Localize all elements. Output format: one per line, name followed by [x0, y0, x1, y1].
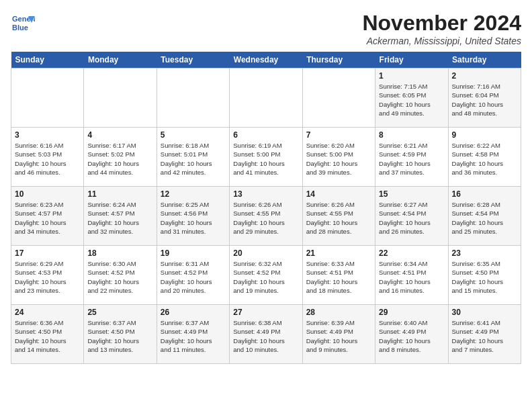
day-number: 29: [379, 308, 444, 317]
title-area: November 2024 Ackerman, Mississippi, Uni…: [362, 11, 521, 46]
day-info: Sunrise: 6:26 AM Sunset: 4:55 PM Dayligh…: [306, 200, 371, 236]
day-number: 12: [161, 189, 226, 199]
logo: General Blue: [11, 11, 35, 35]
calendar-day-cell: 3Sunrise: 6:16 AM Sunset: 5:03 PM Daylig…: [11, 128, 84, 187]
day-info: Sunrise: 6:41 AM Sunset: 4:49 PM Dayligh…: [452, 318, 517, 354]
calendar-week-row: 3Sunrise: 6:16 AM Sunset: 5:03 PM Daylig…: [11, 128, 521, 187]
calendar-day-cell: 12Sunrise: 6:25 AM Sunset: 4:56 PM Dayli…: [157, 187, 229, 246]
day-number: 28: [306, 308, 371, 317]
day-number: 5: [161, 130, 226, 140]
weekday-header: Friday: [375, 52, 448, 68]
day-number: 13: [233, 189, 298, 199]
calendar-day-cell: 8Sunrise: 6:21 AM Sunset: 4:59 PM Daylig…: [375, 128, 448, 187]
day-number: 18: [87, 248, 152, 258]
calendar-day-cell: 26Sunrise: 6:37 AM Sunset: 4:49 PM Dayli…: [157, 305, 229, 364]
day-info: Sunrise: 6:27 AM Sunset: 4:54 PM Dayligh…: [379, 200, 444, 236]
calendar-day-cell: 4Sunrise: 6:17 AM Sunset: 5:02 PM Daylig…: [84, 128, 157, 187]
weekday-header: Monday: [84, 52, 157, 68]
calendar-day-cell: 24Sunrise: 6:36 AM Sunset: 4:50 PM Dayli…: [11, 305, 84, 364]
calendar-day-cell: 11Sunrise: 6:24 AM Sunset: 4:57 PM Dayli…: [84, 187, 157, 246]
calendar-week-row: 1Sunrise: 7:15 AM Sunset: 6:05 PM Daylig…: [11, 68, 521, 128]
calendar-day-cell: 15Sunrise: 6:27 AM Sunset: 4:54 PM Dayli…: [375, 187, 448, 246]
day-info: Sunrise: 7:15 AM Sunset: 6:05 PM Dayligh…: [379, 82, 444, 118]
calendar-day-cell: [157, 68, 229, 128]
calendar-day-cell: 5Sunrise: 6:18 AM Sunset: 5:01 PM Daylig…: [157, 128, 229, 187]
day-info: Sunrise: 6:20 AM Sunset: 5:00 PM Dayligh…: [306, 141, 371, 177]
calendar-day-cell: 1Sunrise: 7:15 AM Sunset: 6:05 PM Daylig…: [375, 68, 448, 128]
weekday-header: Saturday: [448, 52, 521, 68]
day-info: Sunrise: 6:28 AM Sunset: 4:54 PM Dayligh…: [452, 200, 517, 236]
calendar-day-cell: 18Sunrise: 6:30 AM Sunset: 4:52 PM Dayli…: [84, 246, 157, 305]
day-info: Sunrise: 6:32 AM Sunset: 4:52 PM Dayligh…: [233, 259, 298, 295]
calendar-day-cell: 9Sunrise: 6:22 AM Sunset: 4:58 PM Daylig…: [448, 128, 521, 187]
day-info: Sunrise: 6:31 AM Sunset: 4:52 PM Dayligh…: [161, 259, 226, 295]
calendar-day-cell: [230, 68, 302, 128]
calendar-week-row: 10Sunrise: 6:23 AM Sunset: 4:57 PM Dayli…: [11, 187, 521, 246]
weekday-header: Wednesday: [230, 52, 302, 68]
calendar-day-cell: [84, 68, 157, 128]
day-info: Sunrise: 6:33 AM Sunset: 4:51 PM Dayligh…: [306, 259, 371, 295]
logo-icon: General Blue: [11, 11, 35, 35]
calendar-table: SundayMondayTuesdayWednesdayThursdayFrid…: [11, 52, 521, 364]
day-number: 14: [306, 189, 371, 199]
weekday-header: Thursday: [302, 52, 375, 68]
day-number: 30: [452, 308, 517, 317]
day-info: Sunrise: 6:37 AM Sunset: 4:50 PM Dayligh…: [87, 318, 152, 354]
calendar-day-cell: 19Sunrise: 6:31 AM Sunset: 4:52 PM Dayli…: [157, 246, 229, 305]
day-info: Sunrise: 6:36 AM Sunset: 4:50 PM Dayligh…: [15, 318, 80, 354]
calendar-day-cell: [302, 68, 375, 128]
day-info: Sunrise: 6:35 AM Sunset: 4:50 PM Dayligh…: [452, 259, 517, 295]
day-info: Sunrise: 6:23 AM Sunset: 4:57 PM Dayligh…: [15, 200, 80, 236]
day-number: 10: [15, 189, 80, 199]
calendar-day-cell: 17Sunrise: 6:29 AM Sunset: 4:53 PM Dayli…: [11, 246, 84, 305]
day-number: 7: [306, 130, 371, 140]
day-number: 21: [306, 248, 371, 258]
day-info: Sunrise: 6:21 AM Sunset: 4:59 PM Dayligh…: [379, 141, 444, 177]
calendar-day-cell: 28Sunrise: 6:39 AM Sunset: 4:49 PM Dayli…: [302, 305, 375, 364]
day-number: 1: [379, 71, 444, 81]
day-number: 4: [87, 130, 152, 140]
day-number: 17: [15, 248, 80, 258]
day-info: Sunrise: 6:30 AM Sunset: 4:52 PM Dayligh…: [87, 259, 152, 295]
day-number: 23: [452, 248, 517, 258]
day-number: 9: [452, 130, 517, 140]
calendar-day-cell: 10Sunrise: 6:23 AM Sunset: 4:57 PM Dayli…: [11, 187, 84, 246]
day-number: 20: [233, 248, 298, 258]
day-number: 15: [379, 189, 444, 199]
day-info: Sunrise: 6:18 AM Sunset: 5:01 PM Dayligh…: [161, 141, 226, 177]
header: General Blue November 2024 Ackerman, Mis…: [11, 11, 521, 46]
day-number: 26: [161, 308, 226, 317]
calendar-day-cell: 21Sunrise: 6:33 AM Sunset: 4:51 PM Dayli…: [302, 246, 375, 305]
day-info: Sunrise: 6:19 AM Sunset: 5:00 PM Dayligh…: [233, 141, 298, 177]
calendar-day-cell: 23Sunrise: 6:35 AM Sunset: 4:50 PM Dayli…: [448, 246, 521, 305]
calendar-day-cell: 27Sunrise: 6:38 AM Sunset: 4:49 PM Dayli…: [230, 305, 302, 364]
weekday-header-row: SundayMondayTuesdayWednesdayThursdayFrid…: [11, 52, 521, 68]
day-info: Sunrise: 6:17 AM Sunset: 5:02 PM Dayligh…: [87, 141, 152, 177]
day-number: 24: [15, 308, 80, 317]
calendar-day-cell: 30Sunrise: 6:41 AM Sunset: 4:49 PM Dayli…: [448, 305, 521, 364]
calendar-day-cell: 20Sunrise: 6:32 AM Sunset: 4:52 PM Dayli…: [230, 246, 302, 305]
day-info: Sunrise: 6:25 AM Sunset: 4:56 PM Dayligh…: [161, 200, 226, 236]
day-info: Sunrise: 6:34 AM Sunset: 4:51 PM Dayligh…: [379, 259, 444, 295]
calendar-day-cell: 13Sunrise: 6:26 AM Sunset: 4:55 PM Dayli…: [230, 187, 302, 246]
calendar-day-cell: 14Sunrise: 6:26 AM Sunset: 4:55 PM Dayli…: [302, 187, 375, 246]
calendar-week-row: 24Sunrise: 6:36 AM Sunset: 4:50 PM Dayli…: [11, 305, 521, 364]
month-title: November 2024: [362, 11, 521, 36]
day-info: Sunrise: 6:40 AM Sunset: 4:49 PM Dayligh…: [379, 318, 444, 354]
day-info: Sunrise: 6:26 AM Sunset: 4:55 PM Dayligh…: [233, 200, 298, 236]
calendar-day-cell: 29Sunrise: 6:40 AM Sunset: 4:49 PM Dayli…: [375, 305, 448, 364]
calendar-day-cell: 25Sunrise: 6:37 AM Sunset: 4:50 PM Dayli…: [84, 305, 157, 364]
day-info: Sunrise: 6:22 AM Sunset: 4:58 PM Dayligh…: [452, 141, 517, 177]
weekday-header: Tuesday: [157, 52, 229, 68]
calendar-day-cell: 6Sunrise: 6:19 AM Sunset: 5:00 PM Daylig…: [230, 128, 302, 187]
day-info: Sunrise: 6:39 AM Sunset: 4:49 PM Dayligh…: [306, 318, 371, 354]
day-number: 19: [161, 248, 226, 258]
calendar-day-cell: 22Sunrise: 6:34 AM Sunset: 4:51 PM Dayli…: [375, 246, 448, 305]
day-info: Sunrise: 6:16 AM Sunset: 5:03 PM Dayligh…: [15, 141, 80, 177]
day-info: Sunrise: 6:38 AM Sunset: 4:49 PM Dayligh…: [233, 318, 298, 354]
day-number: 3: [15, 130, 80, 140]
day-info: Sunrise: 6:29 AM Sunset: 4:53 PM Dayligh…: [15, 259, 80, 295]
day-info: Sunrise: 6:24 AM Sunset: 4:57 PM Dayligh…: [87, 200, 152, 236]
location: Ackerman, Mississippi, United States: [362, 36, 521, 46]
day-info: Sunrise: 7:16 AM Sunset: 6:04 PM Dayligh…: [452, 82, 517, 118]
